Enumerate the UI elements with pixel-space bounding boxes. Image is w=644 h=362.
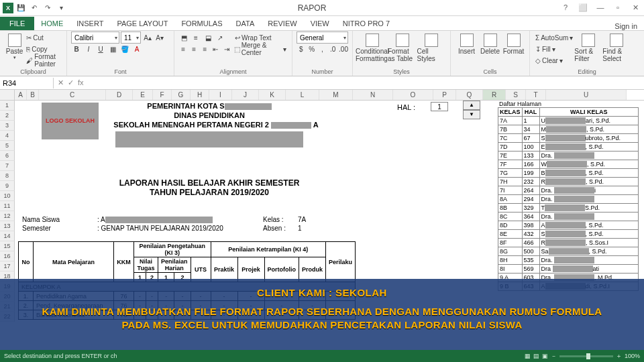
- cut-button[interactable]: ✂Cut: [25, 32, 62, 43]
- italic-icon[interactable]: I: [83, 44, 94, 54]
- zoom-in-icon[interactable]: ＋: [616, 352, 622, 361]
- bold-icon[interactable]: B: [71, 44, 82, 54]
- tab-home[interactable]: HOME: [34, 17, 70, 30]
- row-12[interactable]: 12: [0, 211, 15, 221]
- find-select-button[interactable]: Find & Select: [602, 32, 631, 62]
- column-headers[interactable]: ABCDEFGHIJKLMNOPQRSTU: [0, 90, 644, 101]
- border-icon[interactable]: ▦: [107, 44, 118, 54]
- col-J[interactable]: J: [232, 90, 259, 100]
- number-format-combo[interactable]: General: [297, 32, 348, 44]
- tab-formulas[interactable]: FORMULAS: [174, 17, 229, 30]
- view-layout-icon[interactable]: ▤: [533, 353, 539, 359]
- indent-inc-icon[interactable]: ⇥: [222, 44, 231, 54]
- col-U[interactable]: U: [546, 90, 627, 100]
- dec-decimal-icon[interactable]: .00: [339, 44, 348, 54]
- select-all-corner[interactable]: [0, 90, 15, 100]
- row-3[interactable]: 3: [0, 121, 15, 131]
- row-6[interactable]: 6: [0, 151, 15, 161]
- tab-pagelayout[interactable]: PAGE LAYOUT: [110, 17, 174, 30]
- sort-filter-button[interactable]: Sort & Filter: [574, 32, 602, 62]
- font-color-icon[interactable]: A: [131, 44, 142, 54]
- insert-cells-button[interactable]: Insert: [455, 32, 478, 55]
- qat-customize-icon[interactable]: ▾: [55, 2, 67, 14]
- col-I[interactable]: I: [209, 90, 232, 100]
- tab-insert[interactable]: INSERT: [70, 17, 110, 30]
- col-A[interactable]: A: [15, 90, 27, 100]
- cell-styles-button[interactable]: Cell Styles: [417, 32, 447, 62]
- col-S[interactable]: S: [506, 90, 526, 100]
- col-C[interactable]: C: [39, 90, 106, 100]
- tab-data[interactable]: DATA: [229, 17, 262, 30]
- grow-font-icon[interactable]: A▴: [142, 32, 153, 43]
- align-right-icon[interactable]: ≡: [200, 44, 209, 54]
- tab-review[interactable]: REVIEW: [261, 17, 303, 30]
- formula-input[interactable]: [88, 82, 644, 84]
- view-break-icon[interactable]: ▣: [542, 353, 548, 359]
- signin-link[interactable]: Sign in: [614, 22, 644, 30]
- col-O[interactable]: O: [393, 90, 433, 100]
- row-11[interactable]: 11: [0, 201, 15, 211]
- row-2[interactable]: 2: [0, 111, 15, 121]
- percent-icon[interactable]: %: [307, 44, 317, 54]
- row-10[interactable]: 10: [0, 191, 15, 201]
- fx-icon[interactable]: fx: [78, 78, 84, 87]
- align-left-icon[interactable]: ≡: [178, 44, 188, 54]
- merge-center-button[interactable]: ⬚ Merge & Center ▾: [233, 42, 288, 56]
- comma-icon[interactable]: ,: [318, 44, 327, 54]
- col-K[interactable]: K: [259, 90, 286, 100]
- name-box[interactable]: R34: [0, 78, 54, 88]
- align-mid-icon[interactable]: ≡: [191, 32, 201, 43]
- inc-decimal-icon[interactable]: .0: [328, 44, 337, 54]
- zoom-controls[interactable]: ▦ ▤ ▣ － ＋ 100%: [525, 352, 640, 361]
- hal-value[interactable]: 1: [431, 102, 448, 111]
- format-table-button[interactable]: Format as Table: [388, 32, 417, 62]
- spinner-up-icon[interactable]: ▲: [463, 101, 480, 110]
- row-7[interactable]: 7: [0, 161, 15, 171]
- redo-icon[interactable]: ↷: [42, 2, 54, 14]
- ribbon-opts-icon[interactable]: ⬜: [574, 3, 592, 12]
- enter-fx-icon[interactable]: ✓: [68, 78, 74, 87]
- file-tab[interactable]: FILE: [0, 17, 34, 30]
- col-L[interactable]: L: [286, 90, 319, 100]
- col-F[interactable]: F: [153, 90, 172, 100]
- col-N[interactable]: N: [353, 90, 393, 100]
- delete-cells-button[interactable]: Delete: [478, 32, 502, 55]
- col-H[interactable]: H: [191, 90, 209, 100]
- col-T[interactable]: T: [526, 90, 546, 100]
- maximize-icon[interactable]: ▫: [609, 3, 627, 12]
- save-icon[interactable]: 💾: [15, 2, 27, 14]
- view-normal-icon[interactable]: ▦: [525, 353, 531, 359]
- fill-color-icon[interactable]: 🪣: [119, 44, 130, 54]
- align-bot-icon[interactable]: ⬓: [203, 32, 213, 43]
- format-cells-button[interactable]: Format: [502, 32, 525, 55]
- minimize-icon[interactable]: —: [592, 3, 609, 12]
- undo-icon[interactable]: ↶: [28, 2, 40, 14]
- col-Q[interactable]: Q: [456, 90, 483, 100]
- paste-button[interactable]: Paste▾: [4, 32, 25, 60]
- row-9[interactable]: 9: [0, 181, 15, 191]
- indent-dec-icon[interactable]: ⇤: [211, 44, 220, 54]
- close-icon[interactable]: ✕: [627, 3, 644, 12]
- row-1[interactable]: 1: [0, 101, 15, 111]
- align-top-icon[interactable]: ⬒: [178, 32, 189, 43]
- help-icon[interactable]: ?: [557, 3, 574, 12]
- row-4[interactable]: 4: [0, 131, 15, 141]
- col-M[interactable]: M: [319, 90, 353, 100]
- clear-button[interactable]: ◇ Clear ▾: [534, 55, 574, 66]
- orientation-icon[interactable]: ↗: [215, 32, 225, 43]
- col-B[interactable]: B: [27, 90, 39, 100]
- col-D[interactable]: D: [106, 90, 133, 100]
- col-R[interactable]: R: [483, 90, 506, 100]
- zoom-out-icon[interactable]: －: [551, 352, 557, 361]
- col-E[interactable]: E: [133, 90, 153, 100]
- font-name-combo[interactable]: Calibri: [71, 32, 119, 44]
- tab-nitro[interactable]: Nitro Pro 7: [336, 17, 396, 30]
- spinner-down-icon[interactable]: ▼: [463, 110, 480, 119]
- wrap-text-button[interactable]: ↩ Wrap Text: [233, 34, 273, 42]
- col-P[interactable]: P: [433, 90, 456, 100]
- tab-view[interactable]: VIEW: [304, 17, 336, 30]
- hal-spinner[interactable]: ▲ ▼: [463, 101, 480, 119]
- fill-button[interactable]: ↧ Fill ▾: [534, 44, 574, 54]
- cond-format-button[interactable]: Conditional Formatting: [357, 32, 388, 62]
- row-5[interactable]: 5: [0, 141, 15, 151]
